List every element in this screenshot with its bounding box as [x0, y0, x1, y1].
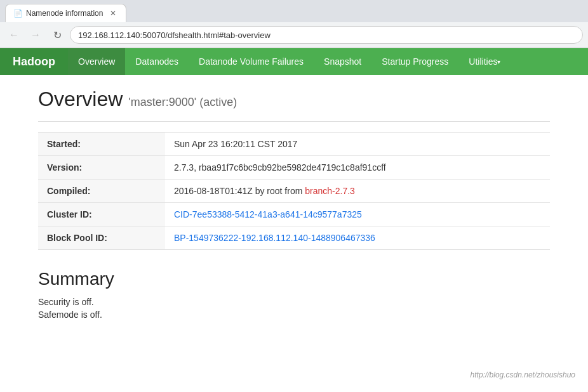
table-value: 2.7.3, rbaa91f7c6bc9cb92be5982de4719c1c8… [165, 156, 550, 180]
forward-button[interactable]: → [27, 26, 44, 44]
table-value: BP-1549736222-192.168.112.140-1488906467… [165, 226, 550, 250]
cluster-id-link[interactable]: CID-7ee53388-5412-41a3-a641-14c9577a7325 [174, 209, 362, 219]
address-bar-row: ← → ↻ [0, 22, 588, 48]
section-divider [38, 121, 550, 122]
table-row: Compiled: 2016-08-18T01:41Z by root from… [38, 180, 550, 203]
nav-item-startup-progress[interactable]: Startup Progress [371, 48, 458, 75]
summary-item-safemode: Safemode is off. [38, 310, 550, 320]
table-label: Cluster ID: [38, 203, 165, 226]
browser-chrome: 📄 Namenode information ✕ ← → ↻ [0, 0, 588, 48]
nav-item-overview[interactable]: Overview [68, 48, 125, 75]
table-label: Block Pool ID: [38, 226, 165, 250]
browser-tab[interactable]: 📄 Namenode information ✕ [5, 4, 126, 22]
summary-item-security: Security is off. [38, 297, 550, 307]
table-label: Version: [38, 156, 165, 180]
tab-close-button[interactable]: ✕ [108, 8, 118, 18]
navbar: Hadoop Overview Datanodes Datanode Volum… [0, 48, 588, 75]
navbar-items: Overview Datanodes Datanode Volume Failu… [68, 48, 511, 75]
table-label: Compiled: [38, 180, 165, 203]
nav-item-utilities[interactable]: Utilities [458, 48, 511, 75]
back-button[interactable]: ← [5, 26, 23, 44]
nav-item-datanodes[interactable]: Datanodes [125, 48, 189, 75]
block-pool-id-link[interactable]: BP-1549736222-192.168.112.140-1488906467… [174, 233, 375, 243]
table-row: Started: Sun Apr 23 16:20:11 CST 2017 [38, 133, 550, 156]
table-value: Sun Apr 23 16:20:11 CST 2017 [165, 133, 550, 156]
tab-icon: 📄 [13, 9, 22, 18]
page-subtitle: 'master:9000' (active) [128, 96, 237, 108]
table-row: Cluster ID: CID-7ee53388-5412-41a3-a641-… [38, 203, 550, 226]
summary-title: Summary [38, 269, 550, 289]
page-title: Overview 'master:9000' (active) [38, 88, 550, 111]
table-row: Version: 2.7.3, rbaa91f7c6bc9cb92be5982d… [38, 156, 550, 180]
table-label: Started: [38, 133, 165, 156]
branch-link[interactable]: branch-2.7.3 [305, 186, 355, 196]
tab-title: Namenode information [26, 9, 103, 18]
nav-item-snapshot[interactable]: Snapshot [314, 48, 371, 75]
table-row: Block Pool ID: BP-1549736222-192.168.112… [38, 226, 550, 250]
table-value-compiled: 2016-08-18T01:41Z by root from branch-2.… [165, 180, 550, 203]
table-value: CID-7ee53388-5412-41a3-a641-14c9577a7325 [165, 203, 550, 226]
navbar-brand[interactable]: Hadoop [0, 48, 68, 75]
address-input[interactable] [70, 26, 583, 44]
reload-button[interactable]: ↻ [48, 26, 66, 44]
tab-bar: 📄 Namenode information ✕ [0, 0, 588, 22]
info-table: Started: Sun Apr 23 16:20:11 CST 2017 Ve… [38, 132, 550, 250]
nav-item-datanode-volume-failures[interactable]: Datanode Volume Failures [189, 48, 314, 75]
main-content: Overview 'master:9000' (active) Started:… [0, 75, 588, 335]
